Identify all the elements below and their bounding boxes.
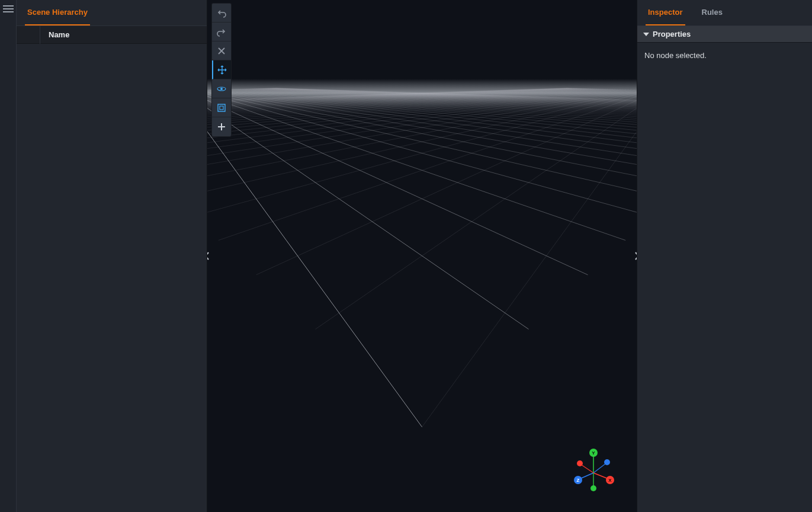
properties-section-header[interactable]: Properties [637,26,812,43]
app-root: Scene Hierarchy Name [0,0,812,512]
move-tool-button[interactable] [212,60,231,79]
viewport-toolbar [212,4,231,136]
collapse-right-panel-button[interactable] [632,244,637,268]
svg-point-14 [577,460,583,466]
menu-strip [0,0,17,512]
frame-icon [217,103,226,113]
gizmo-z-label: Z [577,478,580,483]
viewport-canvas[interactable] [207,0,637,512]
svg-rect-2 [218,104,225,111]
hierarchy-header-row: Name [17,26,207,44]
hierarchy-name-column-header: Name [40,30,69,39]
svg-line-8 [581,465,593,473]
gizmo-x-label: X [608,478,612,483]
redo-icon [217,27,226,37]
svg-line-5 [593,473,608,479]
svg-point-15 [590,485,596,491]
plus-icon [217,122,226,132]
right-panel-tabs: Inspector Rules [637,0,812,26]
caret-down-icon [643,33,649,36]
properties-body: No node selected. [637,43,812,68]
tab-rules[interactable]: Rules [699,0,725,25]
hierarchy-toggle-column [23,26,40,44]
close-icon [217,46,226,56]
undo-icon [217,8,226,18]
orbit-tool-button[interactable] [212,79,231,98]
gizmo-y-label: Y [592,450,595,456]
svg-point-0 [220,88,223,90]
hierarchy-list [17,44,207,512]
chevron-left-icon [207,252,210,260]
frame-button[interactable] [212,98,231,117]
hamburger-icon[interactable] [3,4,14,14]
viewport[interactable]: Y X Z [207,0,637,512]
svg-line-6 [580,473,593,479]
tab-inspector[interactable]: Inspector [646,0,685,25]
svg-point-13 [604,459,610,465]
left-panel: Scene Hierarchy Name [17,0,207,512]
orbit-icon [217,84,226,94]
svg-line-7 [593,463,606,473]
redo-button[interactable] [212,23,231,41]
empty-selection-message: No node selected. [644,51,707,60]
add-button[interactable] [212,117,231,136]
move-icon [217,65,227,75]
delete-button[interactable] [212,41,231,60]
svg-rect-3 [220,106,223,110]
axis-gizmo[interactable]: Y X Z [567,442,620,495]
undo-button[interactable] [212,4,231,23]
collapse-left-panel-button[interactable] [207,244,212,268]
chevron-right-icon [634,252,637,260]
right-panel: Inspector Rules Properties No node selec… [637,0,812,512]
properties-title: Properties [653,30,691,39]
left-panel-tabs: Scene Hierarchy [17,0,207,26]
tab-scene-hierarchy[interactable]: Scene Hierarchy [25,0,90,25]
